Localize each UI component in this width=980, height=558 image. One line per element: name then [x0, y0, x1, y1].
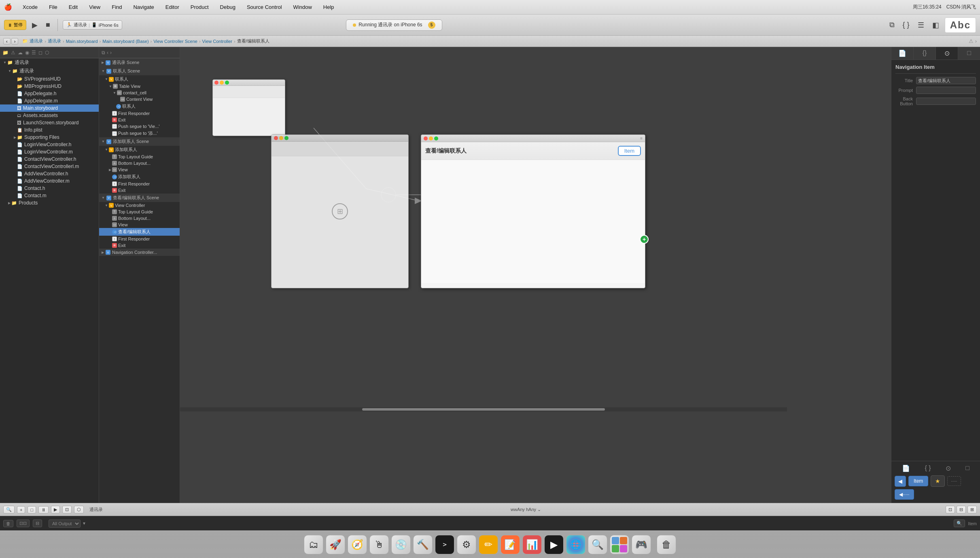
- dock-apps-grid[interactable]: [610, 535, 629, 554]
- menu-view[interactable]: View: [87, 3, 103, 11]
- code-button[interactable]: { }: [900, 20, 912, 30]
- sidebar-tool-btn-2[interactable]: ⚠: [11, 50, 15, 55]
- outline-view-controller[interactable]: ▼ V View Controller: [99, 202, 180, 209]
- outline-view-2[interactable]: ▶ ▭ View: [99, 166, 180, 173]
- canvas-size-btn[interactable]: ⌄: [537, 507, 541, 512]
- outline-push-segue-1[interactable]: ▶ → Push segue to 'Vie...': [99, 123, 180, 130]
- sidebar-item-appdelegate-h[interactable]: ▶ 📄 AppDelegate.h: [0, 90, 99, 97]
- outline-contact-cell[interactable]: ▼ ▭ contact_cell: [99, 89, 180, 96]
- bottom-pause-btn[interactable]: ⏸: [38, 506, 49, 513]
- dock-sketch[interactable]: ✏: [479, 535, 498, 554]
- inspector-tab-attr[interactable]: □: [958, 47, 980, 60]
- inspector-tab-identity[interactable]: ⊙: [936, 47, 958, 60]
- picker-back-arrow[interactable]: ◀: [895, 476, 906, 487]
- obj-icon-file[interactable]: 📄: [902, 464, 910, 472]
- outline-top-layout-3[interactable]: ▶ ⊤ Top Layout Guide: [99, 209, 180, 215]
- outline-lianxiren-nav[interactable]: ▶ ◁ 联系人: [99, 102, 180, 110]
- bottom-play-btn[interactable]: ▶: [51, 506, 60, 513]
- menu-debug[interactable]: Debug: [218, 3, 238, 11]
- sidebar-tool-btn-3[interactable]: ☁: [18, 50, 23, 55]
- dock-finder[interactable]: 🗂: [304, 535, 323, 554]
- vc-box-1[interactable]: [212, 79, 285, 136]
- storyboard-canvas[interactable]: ≡ 查看/编辑联系人 Item +: [180, 47, 891, 503]
- sidebar-item-root[interactable]: ▼ 📁 通讯录: [0, 58, 99, 67]
- sidebar-item-supporting-files[interactable]: ▶ 📁 Supporting Files: [0, 134, 99, 141]
- dock-powerpoint[interactable]: 📊: [522, 535, 542, 554]
- breadcrumb-item-1[interactable]: 通讯录: [48, 38, 61, 44]
- breadcrumb-item-4[interactable]: View Controller Scene: [153, 39, 197, 44]
- outline-fr-3[interactable]: ▶ ! First Responder: [99, 236, 180, 242]
- main-vc-box[interactable]: ≡ 查看/编辑联系人 Item +: [421, 134, 645, 288]
- menu-source-control[interactable]: Source Control: [244, 3, 284, 11]
- menu-help[interactable]: Help: [321, 3, 337, 11]
- menu-find[interactable]: Find: [109, 3, 124, 11]
- output-clear-btn[interactable]: 🗑: [3, 520, 13, 527]
- bottom-add-btn[interactable]: +: [17, 506, 25, 513]
- inspector-tab-file[interactable]: 📄: [891, 47, 914, 60]
- sidebar-item-mbprogress[interactable]: ▶ 📂 MBProgressHUD: [0, 83, 99, 90]
- add-segue-button[interactable]: +: [640, 235, 649, 244]
- output-view-toggle[interactable]: ⊡⊡: [17, 520, 30, 527]
- dock-dvd[interactable]: 💿: [391, 535, 411, 554]
- outline-exit-2[interactable]: ▶ ⊠ Exit: [99, 187, 180, 194]
- menu-product[interactable]: Product: [188, 3, 211, 11]
- menu-file[interactable]: File: [47, 3, 60, 11]
- second-vc-box[interactable]: ⊞: [271, 134, 409, 288]
- canvas-hscroll[interactable]: [180, 407, 787, 411]
- outline-bottom-layout-2[interactable]: ▶ ⊥ Bottom Layout...: [99, 160, 180, 166]
- bottom-layout-btn[interactable]: ⊡: [62, 506, 72, 513]
- dock-safari[interactable]: 🧭: [348, 535, 367, 554]
- obj-icon-square[interactable]: □: [965, 464, 969, 472]
- breadcrumb-forward[interactable]: ›: [11, 38, 19, 45]
- pause-button[interactable]: ⏸ 暂停: [4, 20, 26, 30]
- output-filter-select[interactable]: All Output: [49, 520, 81, 528]
- sidebar-item-main-storyboard[interactable]: ▶ 🖼 Main.storyboard: [0, 104, 99, 112]
- inspector-tab-quick[interactable]: {}: [914, 47, 936, 60]
- sidebar-tool-btn-5[interactable]: ☰: [32, 50, 36, 55]
- outline-bottom-layout-3[interactable]: ▶ ⊥ Bottom Layout...: [99, 215, 180, 221]
- breadcrumb-back[interactable]: ‹: [3, 38, 11, 45]
- obj-icon-circle[interactable]: ⊙: [946, 464, 951, 472]
- bottom-search-btn[interactable]: 🔍: [3, 506, 15, 513]
- zoom-fit-btn[interactable]: ⊡: [946, 506, 955, 513]
- outline-tool-btn-2[interactable]: ‹: [107, 50, 108, 55]
- sidebar-tool-btn-6[interactable]: ◻: [38, 50, 42, 55]
- split-view-button[interactable]: ⧉: [887, 20, 897, 30]
- sidebar-tool-btn-4[interactable]: ◉: [25, 50, 29, 55]
- outline-tool-btn-3[interactable]: ›: [110, 50, 112, 55]
- outline-exit-3[interactable]: ▶ ⊠ Exit: [99, 242, 180, 249]
- outline-lianxiren-vc[interactable]: ▼ V 联系人: [99, 75, 180, 83]
- sidebar-item-contactvc-h[interactable]: ▶ 📄 ContactViewController.h: [0, 155, 99, 163]
- outline-fr-1[interactable]: ▶ ! First Responder: [99, 110, 180, 117]
- sidebar-item-contact-h[interactable]: ▶ 📄 Contact.h: [0, 185, 99, 192]
- scene-tongxunlu[interactable]: ▶ V 通讯录 Scene: [99, 58, 180, 67]
- dock-colorball[interactable]: 🌐: [566, 535, 585, 554]
- dock-mouse[interactable]: 🖱: [369, 535, 389, 554]
- outline-push-segue-2[interactable]: ▶ → Push segue to '添...': [99, 130, 180, 137]
- menu-navigate[interactable]: Navigate: [131, 3, 156, 11]
- nav-item-button[interactable]: Item: [618, 146, 641, 156]
- dock-gear[interactable]: ⚙: [457, 535, 476, 554]
- outline-addlianxiren-vc[interactable]: ▼ V 添加联系人: [99, 146, 180, 153]
- bottom-rect-btn[interactable]: □: [28, 506, 36, 513]
- outline-view-edit-nav[interactable]: ▶ ◁ 查看/编辑联系人: [99, 228, 180, 236]
- sidebar-item-launch-storyboard[interactable]: ▶ 🖼 LaunchScreen.storyboard: [0, 119, 99, 126]
- breadcrumb-item-6[interactable]: 查看/编辑联系人: [237, 38, 269, 44]
- picker-dots-btn[interactable]: ·····: [947, 476, 961, 486]
- scene-add-lianxiren[interactable]: ▼ V 添加联系人 Scene: [99, 137, 180, 146]
- dock-terminal[interactable]: >: [435, 535, 454, 554]
- dock-remote[interactable]: 🎮: [632, 535, 651, 554]
- sidebar-item-appdelegate-m[interactable]: ▶ 📄 AppDelegate.m: [0, 97, 99, 104]
- dock-browser[interactable]: 🔍: [588, 535, 607, 554]
- outline-content-view[interactable]: ▶ ▭ Content View: [99, 96, 180, 102]
- zoom-out-btn[interactable]: ⊟: [957, 506, 966, 513]
- outline-tool-btn-1[interactable]: ⧉: [102, 50, 105, 55]
- menu-editor[interactable]: Editor: [163, 3, 182, 11]
- inspector-prompt-input[interactable]: [916, 87, 976, 94]
- inspector-back-input[interactable]: [916, 98, 976, 105]
- sidebar-item-svprogress[interactable]: ▶ 📂 SVProgressHUD: [0, 75, 99, 83]
- inspector-title-input[interactable]: [916, 77, 976, 84]
- obj-icon-code[interactable]: { }: [925, 464, 931, 472]
- scene-lianxiren[interactable]: ▼ V 联系人 Scene: [99, 67, 180, 75]
- output-split-btn[interactable]: ⊟: [33, 520, 42, 527]
